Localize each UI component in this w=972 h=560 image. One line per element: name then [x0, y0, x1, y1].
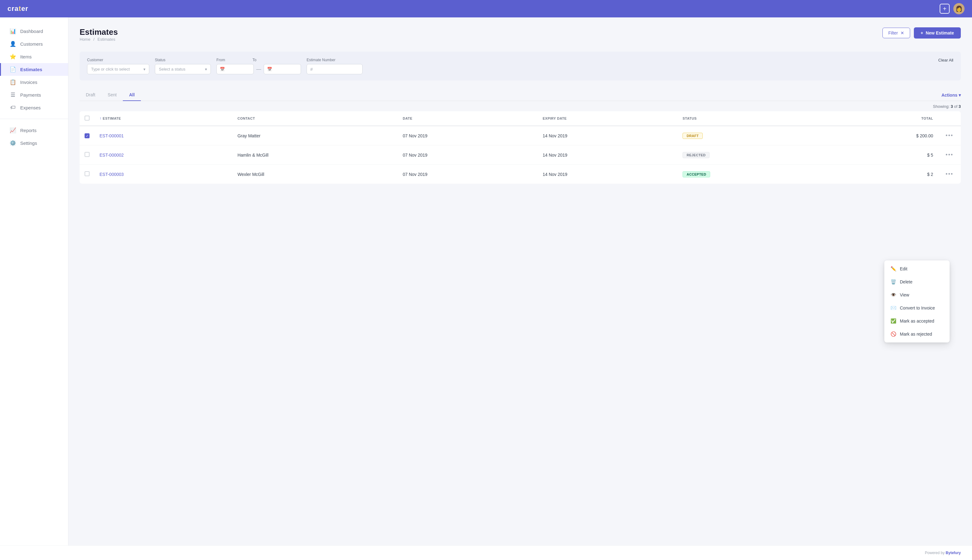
dropdown-item-label-mark-accepted: Mark as accepted: [900, 318, 934, 323]
payments-icon: ☰: [10, 92, 16, 98]
row-estimate-id[interactable]: EST-000002: [95, 145, 232, 165]
select-all-checkbox[interactable]: [85, 116, 90, 121]
row-date: 07 Nov 2019: [398, 126, 538, 145]
status-select-wrap: Select a status ▼: [155, 64, 211, 74]
sidebar-label-invoices: Invoices: [20, 80, 37, 85]
powered-by-label: Powered by: [925, 551, 945, 555]
sidebar-item-expenses[interactable]: 🏷Expenses: [0, 101, 68, 114]
new-estimate-button[interactable]: + New Estimate: [914, 27, 961, 38]
table-meta: Showing: 3 of 3: [80, 101, 961, 111]
row-total: $ 5: [830, 145, 938, 165]
status-select[interactable]: Select a status: [155, 64, 211, 74]
dropdown-item-mark-rejected[interactable]: 🚫Mark as rejected: [884, 328, 950, 341]
sidebar-item-reports[interactable]: 📈Reports: [0, 124, 68, 137]
dropdown-item-edit[interactable]: ✏️Edit: [884, 262, 950, 275]
actions-chevron-icon: ▾: [959, 93, 961, 98]
page-actions: Filter ✕ + New Estimate: [882, 27, 961, 38]
tab-all[interactable]: All: [123, 89, 141, 101]
col-total-label: Total: [921, 117, 933, 120]
sidebar-item-settings[interactable]: ⚙️Settings: [0, 137, 68, 150]
customer-select-wrap: Type or click to select ▼: [87, 64, 149, 74]
status-filter-group: Status Select a status ▼: [155, 58, 211, 74]
row-actions-button[interactable]: •••: [943, 170, 956, 178]
sidebar: 📊Dashboard👤Customers⭐Items📄Estimates📋Inv…: [0, 17, 68, 545]
breadcrumb-home[interactable]: Home: [80, 37, 90, 42]
table-body: ✓ EST-000001 Gray Matter 07 Nov 2019 14 …: [80, 126, 961, 184]
convert-invoice-icon: ✉️: [890, 305, 896, 311]
new-estimate-plus-icon: +: [921, 30, 923, 35]
items-icon: ⭐: [10, 53, 16, 60]
avatar[interactable]: 👩: [954, 3, 965, 14]
row-expiry-date: 14 Nov 2019: [538, 126, 678, 145]
customer-select[interactable]: Type or click to select: [87, 64, 149, 74]
row-checkbox-cell: [80, 145, 95, 165]
dropdown-item-delete[interactable]: 🗑️Delete: [884, 275, 950, 288]
filter-bar: Clear All Customer Type or click to sele…: [80, 52, 961, 80]
header-date: Date: [398, 111, 538, 126]
sidebar-label-settings: Settings: [20, 140, 37, 146]
footer-brand: Bytefury: [945, 551, 961, 555]
page-title-group: Estimates Home / Estimates: [80, 27, 118, 49]
row-actions-button[interactable]: •••: [943, 132, 956, 140]
estimate-number-wrap: #: [307, 64, 362, 74]
filter-close-icon: ✕: [900, 30, 904, 35]
row-estimate-id[interactable]: EST-000001: [95, 126, 232, 145]
mark-accepted-icon: ✅: [890, 318, 896, 324]
main-layout: 📊Dashboard👤Customers⭐Items📄Estimates📋Inv…: [0, 17, 972, 545]
tab-draft[interactable]: Draft: [80, 89, 101, 101]
from-date-input[interactable]: 📅: [216, 64, 254, 74]
dropdown-item-label-delete: Delete: [900, 279, 912, 284]
col-expiry-label: Expiry Date: [543, 117, 566, 120]
dropdown-item-view[interactable]: 👁️View: [884, 288, 950, 302]
estimates-icon: 📄: [10, 66, 16, 73]
row-checkbox[interactable]: ✓: [85, 133, 90, 138]
sidebar-label-payments: Payments: [20, 92, 41, 98]
row-expiry-date: 14 Nov 2019: [538, 165, 678, 184]
row-actions-button[interactable]: •••: [943, 151, 956, 159]
sidebar-item-items[interactable]: ⭐Items: [0, 50, 68, 63]
page-title: Estimates: [80, 27, 118, 37]
table-row: EST-000003 Wexler McGill 07 Nov 2019 14 …: [80, 165, 961, 184]
header-estimate[interactable]: ↑ Estimate: [95, 111, 232, 126]
date-separator: —: [256, 67, 261, 72]
edit-icon: ✏️: [890, 266, 896, 272]
filter-button[interactable]: Filter ✕: [882, 28, 910, 38]
main-content: Estimates Home / Estimates Filter ✕ + Ne…: [68, 17, 972, 545]
mark-rejected-icon: 🚫: [890, 331, 896, 337]
row-checkbox[interactable]: [85, 152, 90, 157]
row-estimate-id[interactable]: EST-000003: [95, 165, 232, 184]
row-checkbox[interactable]: [85, 171, 90, 176]
hash-icon: #: [310, 67, 313, 72]
sidebar-item-customers[interactable]: 👤Customers: [0, 38, 68, 50]
header-actions-col: [938, 111, 961, 126]
to-filter-label: To: [252, 58, 257, 62]
view-icon: 👁️: [890, 292, 896, 298]
sidebar-item-invoices[interactable]: 📋Invoices: [0, 76, 68, 88]
sidebar-label-items: Items: [20, 54, 32, 59]
add-button[interactable]: +: [940, 4, 950, 14]
estimate-tabs: Draft Sent All Actions ▾: [80, 89, 961, 101]
sidebar-item-payments[interactable]: ☰Payments: [0, 88, 68, 101]
actions-dropdown-trigger[interactable]: Actions ▾: [942, 90, 961, 101]
status-badge: REJECTED: [683, 152, 710, 158]
header-total: Total: [830, 111, 938, 126]
estimate-number-input[interactable]: [307, 64, 362, 74]
customer-filter-group: Customer Type or click to select ▼: [87, 58, 149, 74]
header-contact: Contact: [232, 111, 398, 126]
col-estimate-label: Estimate: [103, 117, 121, 120]
dropdown-item-convert-invoice[interactable]: ✉️Convert to Invoice: [884, 302, 950, 315]
topnav-right: + 👩: [940, 3, 965, 14]
sidebar-item-dashboard[interactable]: 📊Dashboard: [0, 25, 68, 38]
dashboard-icon: 📊: [10, 28, 16, 35]
new-estimate-label: New Estimate: [926, 30, 954, 35]
estimate-number-label: Estimate Number: [307, 58, 362, 62]
tab-sent[interactable]: Sent: [101, 89, 123, 101]
footer: Powered by Bytefury: [0, 545, 972, 560]
clear-all-button[interactable]: Clear All: [939, 58, 954, 62]
dropdown-item-mark-accepted[interactable]: ✅Mark as accepted: [884, 315, 950, 328]
sidebar-item-estimates[interactable]: 📄Estimates: [0, 63, 68, 76]
sort-arrow-icon: ↑: [100, 116, 103, 121]
col-status-label: Status: [683, 117, 696, 120]
col-contact-label: Contact: [237, 117, 255, 120]
to-date-input[interactable]: 📅: [264, 64, 301, 74]
